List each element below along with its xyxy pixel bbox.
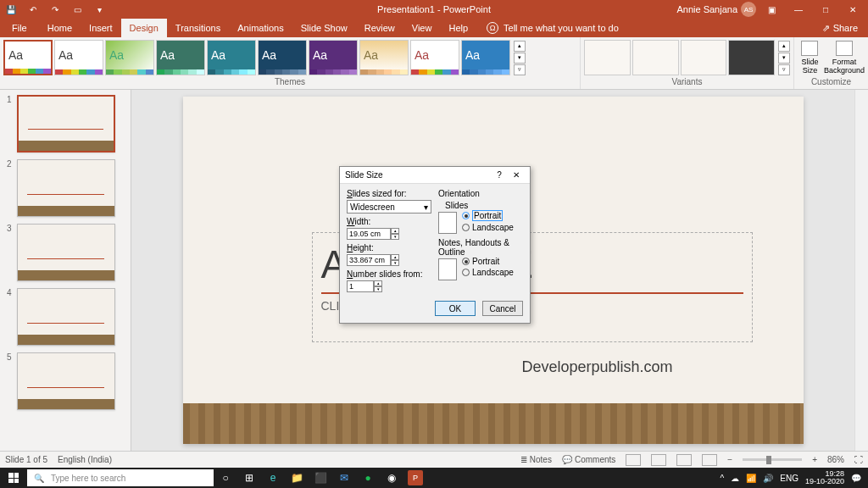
explorer-icon[interactable]: 📁: [285, 468, 309, 488]
tab-insert[interactable]: Insert: [81, 19, 121, 37]
variant-thumb-3[interactable]: [681, 40, 727, 75]
variant-scroll-up-icon[interactable]: ▴: [778, 41, 790, 52]
slide-thumb[interactable]: [17, 288, 115, 346]
zoom-out-icon[interactable]: −: [727, 455, 732, 464]
taskbar-search[interactable]: 🔍 Type here to search: [27, 469, 214, 486]
theme-scroll-down-icon[interactable]: ▾: [514, 53, 526, 64]
share-button[interactable]: ⇗ Share: [812, 23, 868, 34]
tab-animations[interactable]: Animations: [229, 19, 292, 37]
theme-scroll-up-icon[interactable]: ▴: [514, 41, 526, 52]
spotify-icon[interactable]: ●: [356, 468, 380, 488]
slide-thumb[interactable]: [17, 224, 115, 281]
theme-thumb-3[interactable]: Aa: [105, 40, 154, 75]
zoom-level[interactable]: 86%: [827, 455, 844, 464]
chrome-icon[interactable]: ◉: [380, 468, 403, 488]
tab-slideshow[interactable]: Slide Show: [292, 19, 356, 37]
notes-portrait-radio[interactable]: Portrait: [462, 257, 514, 266]
vertical-scrollbar[interactable]: [854, 90, 868, 451]
spin-down-icon[interactable]: ▾: [374, 286, 382, 292]
slide-item-5[interactable]: 5: [0, 352, 131, 417]
undo-icon[interactable]: ↶: [25, 2, 41, 17]
slides-landscape-radio[interactable]: Landscape: [462, 223, 514, 232]
theme-thumb-2[interactable]: Aa: [54, 40, 103, 75]
mail-icon[interactable]: ✉: [332, 468, 356, 488]
width-input[interactable]: [347, 228, 391, 240]
dialog-help-icon[interactable]: ?: [491, 170, 508, 180]
theme-expand-icon[interactable]: ▿: [514, 64, 526, 75]
slide-thumb[interactable]: [17, 159, 115, 217]
sized-for-select[interactable]: Widescreen▾: [347, 200, 431, 214]
slideshow-view-icon[interactable]: [702, 454, 717, 466]
reading-view-icon[interactable]: [676, 454, 692, 466]
zoom-slider[interactable]: [743, 458, 802, 461]
user-avatar[interactable]: AS: [741, 2, 756, 17]
start-button[interactable]: [0, 468, 27, 488]
height-input[interactable]: [347, 254, 391, 266]
comments-button[interactable]: 💬Comments: [562, 455, 615, 464]
slide-thumb[interactable]: [17, 95, 115, 152]
cortana-icon[interactable]: ○: [214, 468, 237, 488]
variant-expand-icon[interactable]: ▿: [778, 64, 790, 75]
number-from-input[interactable]: [347, 280, 374, 292]
dialog-titlebar[interactable]: Slide Size ? ✕: [340, 167, 530, 184]
theme-thumb-6[interactable]: Aa: [258, 40, 307, 75]
task-view-icon[interactable]: ⊞: [237, 468, 261, 488]
tab-file[interactable]: File: [0, 19, 39, 37]
qat-more-icon[interactable]: ▾: [92, 2, 107, 17]
close-icon[interactable]: ✕: [841, 1, 865, 18]
minimize-icon[interactable]: —: [787, 1, 810, 18]
save-icon[interactable]: 💾: [3, 2, 19, 17]
slide-item-4[interactable]: 4: [0, 288, 131, 352]
spin-up-icon[interactable]: ▴: [374, 280, 382, 286]
slide-thumb[interactable]: [17, 352, 115, 410]
ribbon-display-icon[interactable]: ▣: [760, 1, 783, 18]
tab-review[interactable]: Review: [356, 19, 403, 37]
spin-up-icon[interactable]: ▴: [391, 228, 399, 234]
theme-thumb-10[interactable]: Aa: [461, 40, 510, 75]
normal-view-icon[interactable]: [626, 454, 641, 466]
start-from-beginning-icon[interactable]: ▭: [70, 2, 85, 17]
wifi-icon[interactable]: 📶: [746, 474, 756, 483]
spin-up-icon[interactable]: ▴: [391, 254, 399, 260]
theme-thumb-1[interactable]: Aa: [3, 40, 53, 75]
theme-thumb-7[interactable]: Aa: [309, 40, 358, 75]
fit-to-window-icon[interactable]: ⛶: [854, 455, 863, 464]
variant-thumb-4[interactable]: [728, 40, 775, 75]
slide-counter[interactable]: Slide 1 of 5: [5, 455, 47, 464]
theme-thumb-9[interactable]: Aa: [410, 40, 459, 75]
powerpoint-taskbar-icon[interactable]: P: [408, 470, 423, 485]
cancel-button[interactable]: Cancel: [482, 301, 523, 316]
zoom-in-icon[interactable]: +: [812, 455, 817, 464]
slide-thumbnail-panel[interactable]: 1 2 3 4 5: [0, 90, 131, 451]
notes-landscape-radio[interactable]: Landscape: [462, 268, 514, 277]
clock[interactable]: 19:28 19-10-2020: [805, 470, 844, 485]
language-indicator[interactable]: English (India): [58, 455, 112, 464]
notes-button[interactable]: ≣Notes: [520, 455, 552, 464]
slide-item-2[interactable]: 2: [0, 159, 131, 224]
redo-icon[interactable]: ↷: [47, 2, 63, 17]
slide-size-button[interactable]: Slide Size: [798, 39, 822, 75]
tab-home[interactable]: Home: [39, 19, 81, 37]
tab-view[interactable]: View: [403, 19, 441, 37]
theme-thumb-5[interactable]: Aa: [207, 40, 256, 75]
tab-help[interactable]: Help: [440, 19, 476, 37]
edge-icon[interactable]: e: [261, 468, 285, 488]
language-tray[interactable]: ENG: [780, 474, 798, 483]
slides-portrait-radio[interactable]: Portrait: [462, 210, 514, 221]
volume-icon[interactable]: 🔊: [763, 474, 773, 483]
height-spinner[interactable]: ▴▾: [347, 254, 431, 266]
maximize-icon[interactable]: □: [814, 1, 837, 18]
sorter-view-icon[interactable]: [651, 454, 666, 466]
format-background-button[interactable]: Format Background: [824, 39, 865, 75]
slide-item-3[interactable]: 3: [0, 224, 131, 288]
variant-scroll-down-icon[interactable]: ▾: [778, 53, 790, 64]
notifications-icon[interactable]: 💬: [851, 474, 861, 483]
slide-item-1[interactable]: 1: [0, 95, 131, 159]
tell-me-search[interactable]: Ω Tell me what you want to do: [487, 22, 619, 34]
theme-thumb-8[interactable]: Aa: [359, 40, 409, 75]
tab-transitions[interactable]: Transitions: [167, 19, 229, 37]
variant-thumb-2[interactable]: [632, 40, 679, 75]
number-from-spinner[interactable]: ▴▾: [347, 280, 431, 292]
spin-down-icon[interactable]: ▾: [391, 234, 399, 240]
tab-design[interactable]: Design: [121, 19, 167, 37]
